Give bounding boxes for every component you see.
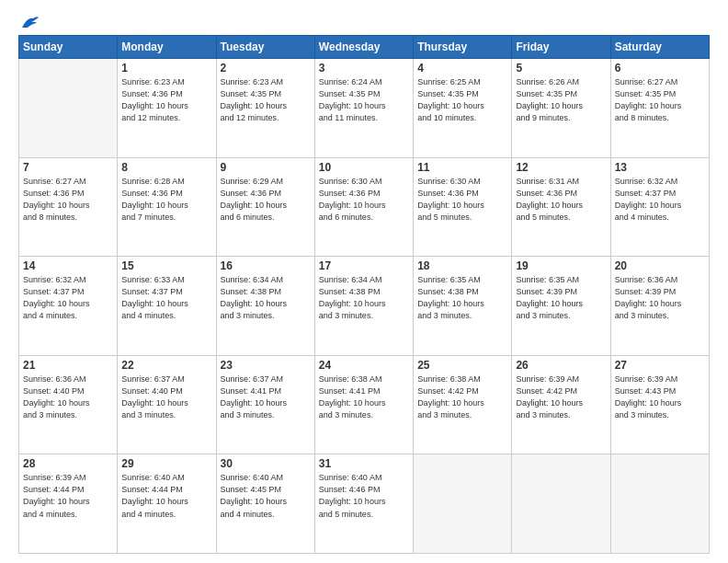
calendar-cell: 20Sunrise: 6:36 AMSunset: 4:39 PMDayligh… — [610, 257, 709, 356]
day-info: Sunrise: 6:30 AMSunset: 4:36 PMDaylight:… — [319, 176, 409, 224]
calendar-cell: 16Sunrise: 6:34 AMSunset: 4:38 PMDayligh… — [216, 257, 314, 356]
calendar-cell: 22Sunrise: 6:37 AMSunset: 4:40 PMDayligh… — [118, 355, 216, 454]
day-info: Sunrise: 6:39 AMSunset: 4:42 PMDaylight:… — [516, 373, 606, 421]
day-info: Sunrise: 6:25 AMSunset: 4:35 PMDaylight:… — [417, 76, 507, 124]
day-info: Sunrise: 6:40 AMSunset: 4:46 PMDaylight:… — [319, 472, 409, 520]
day-number: 21 — [23, 359, 113, 372]
calendar-week-1: 1Sunrise: 6:23 AMSunset: 4:36 PMDaylight… — [19, 59, 710, 158]
calendar-cell — [19, 59, 118, 158]
calendar-week-3: 14Sunrise: 6:32 AMSunset: 4:37 PMDayligh… — [19, 257, 710, 356]
day-info: Sunrise: 6:27 AMSunset: 4:35 PMDaylight:… — [615, 76, 705, 124]
day-number: 22 — [121, 359, 211, 372]
bird-icon — [20, 15, 40, 31]
calendar-cell: 30Sunrise: 6:40 AMSunset: 4:45 PMDayligh… — [216, 454, 314, 554]
day-number: 8 — [121, 161, 211, 174]
day-info: Sunrise: 6:37 AMSunset: 4:40 PMDaylight:… — [121, 373, 211, 421]
day-info: Sunrise: 6:40 AMSunset: 4:44 PMDaylight:… — [121, 472, 211, 520]
day-number: 7 — [23, 161, 113, 174]
page: General SundayMondayTuesdayWednesdayThur… — [0, 0, 728, 563]
weekday-header-saturday: Saturday — [610, 36, 709, 59]
day-number: 13 — [615, 161, 705, 174]
calendar-week-5: 28Sunrise: 6:39 AMSunset: 4:44 PMDayligh… — [19, 454, 710, 554]
day-number: 4 — [417, 62, 507, 75]
day-number: 15 — [121, 259, 211, 272]
day-info: Sunrise: 6:35 AMSunset: 4:39 PMDaylight:… — [516, 274, 606, 322]
day-number: 20 — [615, 259, 705, 272]
calendar-cell: 7Sunrise: 6:27 AMSunset: 4:36 PMDaylight… — [19, 157, 118, 257]
day-number: 28 — [23, 457, 113, 470]
day-number: 17 — [319, 259, 409, 272]
day-number: 31 — [319, 457, 409, 470]
day-number: 30 — [221, 457, 311, 470]
day-number: 24 — [319, 359, 409, 372]
day-info: Sunrise: 6:39 AMSunset: 4:44 PMDaylight:… — [23, 472, 113, 520]
day-number: 10 — [319, 161, 409, 174]
calendar-cell: 18Sunrise: 6:35 AMSunset: 4:38 PMDayligh… — [414, 257, 512, 356]
day-info: Sunrise: 6:38 AMSunset: 4:42 PMDaylight:… — [417, 373, 507, 421]
day-number: 29 — [121, 457, 211, 470]
calendar-cell: 23Sunrise: 6:37 AMSunset: 4:41 PMDayligh… — [216, 355, 314, 454]
calendar-cell: 1Sunrise: 6:23 AMSunset: 4:36 PMDaylight… — [118, 59, 216, 158]
calendar-cell: 10Sunrise: 6:30 AMSunset: 4:36 PMDayligh… — [314, 157, 413, 257]
day-info: Sunrise: 6:36 AMSunset: 4:40 PMDaylight:… — [23, 373, 113, 421]
calendar-cell: 9Sunrise: 6:29 AMSunset: 4:36 PMDaylight… — [216, 157, 314, 257]
calendar-cell: 19Sunrise: 6:35 AMSunset: 4:39 PMDayligh… — [512, 257, 610, 356]
calendar-cell: 25Sunrise: 6:38 AMSunset: 4:42 PMDayligh… — [414, 355, 512, 454]
calendar-cell: 24Sunrise: 6:38 AMSunset: 4:41 PMDayligh… — [314, 355, 413, 454]
calendar-cell: 15Sunrise: 6:33 AMSunset: 4:37 PMDayligh… — [118, 257, 216, 356]
day-number: 23 — [221, 359, 311, 372]
calendar-cell — [610, 454, 709, 554]
calendar-cell: 3Sunrise: 6:24 AMSunset: 4:35 PMDaylight… — [314, 59, 413, 158]
weekday-header-friday: Friday — [512, 36, 610, 59]
day-info: Sunrise: 6:32 AMSunset: 4:37 PMDaylight:… — [615, 176, 705, 224]
calendar-cell: 28Sunrise: 6:39 AMSunset: 4:44 PMDayligh… — [19, 454, 118, 554]
calendar-cell: 4Sunrise: 6:25 AMSunset: 4:35 PMDaylight… — [414, 59, 512, 158]
day-number: 9 — [221, 161, 311, 174]
calendar-week-2: 7Sunrise: 6:27 AMSunset: 4:36 PMDaylight… — [19, 157, 710, 257]
day-info: Sunrise: 6:37 AMSunset: 4:41 PMDaylight:… — [221, 373, 311, 421]
calendar-cell: 14Sunrise: 6:32 AMSunset: 4:37 PMDayligh… — [19, 257, 118, 356]
weekday-header-sunday: Sunday — [19, 36, 118, 59]
day-info: Sunrise: 6:23 AMSunset: 4:36 PMDaylight:… — [121, 76, 211, 124]
header: General — [18, 15, 710, 26]
day-number: 18 — [417, 259, 507, 272]
weekday-header-monday: Monday — [118, 36, 216, 59]
calendar-table: SundayMondayTuesdayWednesdayThursdayFrid… — [18, 35, 710, 554]
day-info: Sunrise: 6:28 AMSunset: 4:36 PMDaylight:… — [121, 176, 211, 224]
calendar-cell: 12Sunrise: 6:31 AMSunset: 4:36 PMDayligh… — [512, 157, 610, 257]
day-number: 12 — [516, 161, 606, 174]
day-info: Sunrise: 6:36 AMSunset: 4:39 PMDaylight:… — [615, 274, 705, 322]
day-number: 11 — [417, 161, 507, 174]
day-info: Sunrise: 6:24 AMSunset: 4:35 PMDaylight:… — [319, 76, 409, 124]
calendar-cell: 29Sunrise: 6:40 AMSunset: 4:44 PMDayligh… — [118, 454, 216, 554]
day-info: Sunrise: 6:40 AMSunset: 4:45 PMDaylight:… — [221, 472, 311, 520]
calendar-cell — [512, 454, 610, 554]
day-info: Sunrise: 6:33 AMSunset: 4:37 PMDaylight:… — [121, 274, 211, 322]
calendar-cell: 8Sunrise: 6:28 AMSunset: 4:36 PMDaylight… — [118, 157, 216, 257]
day-number: 1 — [121, 62, 211, 75]
day-number: 5 — [516, 62, 606, 75]
day-info: Sunrise: 6:35 AMSunset: 4:38 PMDaylight:… — [417, 274, 507, 322]
day-info: Sunrise: 6:26 AMSunset: 4:35 PMDaylight:… — [516, 76, 606, 124]
day-info: Sunrise: 6:34 AMSunset: 4:38 PMDaylight:… — [319, 274, 409, 322]
weekday-header-thursday: Thursday — [414, 36, 512, 59]
day-info: Sunrise: 6:39 AMSunset: 4:43 PMDaylight:… — [615, 373, 705, 421]
calendar-cell: 2Sunrise: 6:23 AMSunset: 4:35 PMDaylight… — [216, 59, 314, 158]
calendar-cell: 6Sunrise: 6:27 AMSunset: 4:35 PMDaylight… — [610, 59, 709, 158]
day-number: 6 — [615, 62, 705, 75]
day-number: 26 — [516, 359, 606, 372]
calendar-cell: 21Sunrise: 6:36 AMSunset: 4:40 PMDayligh… — [19, 355, 118, 454]
calendar-cell: 27Sunrise: 6:39 AMSunset: 4:43 PMDayligh… — [610, 355, 709, 454]
calendar-cell — [414, 454, 512, 554]
day-info: Sunrise: 6:32 AMSunset: 4:37 PMDaylight:… — [23, 274, 113, 322]
weekday-header-row: SundayMondayTuesdayWednesdayThursdayFrid… — [19, 36, 710, 59]
day-number: 16 — [221, 259, 311, 272]
day-number: 25 — [417, 359, 507, 372]
calendar-cell: 13Sunrise: 6:32 AMSunset: 4:37 PMDayligh… — [610, 157, 709, 257]
day-info: Sunrise: 6:30 AMSunset: 4:36 PMDaylight:… — [417, 176, 507, 224]
day-info: Sunrise: 6:38 AMSunset: 4:41 PMDaylight:… — [319, 373, 409, 421]
day-number: 2 — [221, 62, 311, 75]
day-info: Sunrise: 6:29 AMSunset: 4:36 PMDaylight:… — [221, 176, 311, 224]
day-number: 27 — [615, 359, 705, 372]
day-number: 3 — [319, 62, 409, 75]
